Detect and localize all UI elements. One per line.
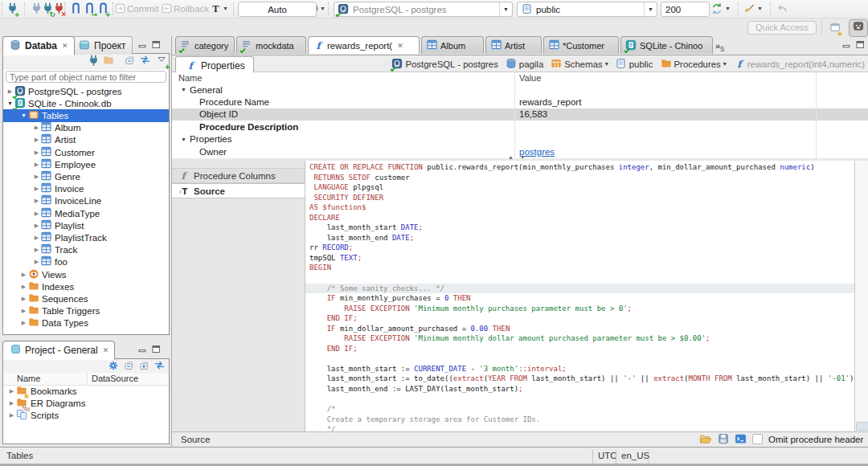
expand-arrow-icon[interactable]: ▶ xyxy=(20,308,27,314)
connect-button[interactable] xyxy=(31,2,43,16)
tree-item-sequences[interactable]: ▶Sequences xyxy=(3,292,169,305)
expand-all-button[interactable] xyxy=(138,360,149,372)
expand-arrow-icon[interactable]: ▶ xyxy=(33,186,40,192)
new-connection-button[interactable]: + xyxy=(6,2,18,16)
expand-arrow-icon[interactable]: ▶ xyxy=(20,296,27,302)
link-with-editor-button[interactable] xyxy=(139,55,151,67)
editor-tab-artist[interactable]: Artist xyxy=(485,36,542,54)
schema-combo[interactable]: public▼ xyxy=(517,2,657,17)
tree-item-playlist[interactable]: ▶Playlist xyxy=(3,219,169,231)
tree-item-table-triggers[interactable]: ▶Table Triggers xyxy=(3,305,169,317)
expand-arrow-icon[interactable]: ▶ xyxy=(20,320,27,326)
history-dropdown[interactable]: ▼ xyxy=(320,6,326,11)
expand-arrow-icon[interactable]: ▶ xyxy=(33,174,40,180)
connection-combo-arrow[interactable]: ▼ xyxy=(499,2,512,16)
tree-item-album[interactable]: ▶Album xyxy=(3,122,169,134)
tree-item-invoice[interactable]: ▶Invoice xyxy=(3,183,169,195)
table-star-perspective-icon[interactable]: ★ xyxy=(829,22,841,35)
recent-sql-editor-button[interactable]: → xyxy=(84,2,96,16)
expand-arrow-icon[interactable]: ▶ xyxy=(33,247,40,253)
expand-arrow-icon[interactable]: ▶ xyxy=(20,284,27,290)
tree-item-track[interactable]: ▶Track xyxy=(3,244,169,256)
source-code-viewer[interactable]: CREATE OR REPLACE FUNCTION public.reward… xyxy=(305,161,854,431)
tree-item-mediatype[interactable]: ▶MediaType xyxy=(3,207,169,219)
collapse-arrow-icon[interactable]: ▼ xyxy=(20,112,27,118)
save-source-button[interactable] xyxy=(718,433,729,445)
rollback-button[interactable]: Rollback xyxy=(174,4,209,14)
tab-project-general[interactable]: Project - General✕ xyxy=(2,341,115,360)
project-item-er-diagrams[interactable]: ▶ER Diagrams xyxy=(3,397,169,409)
load-source-button[interactable] xyxy=(699,433,712,445)
expand-arrow-icon[interactable]: ▶ xyxy=(33,161,40,168)
link-with-editor-button[interactable] xyxy=(154,360,166,372)
open-console-button[interactable] xyxy=(735,433,747,445)
project-item-scripts[interactable]: ▶Scripts xyxy=(3,409,169,421)
sql-editor-button[interactable] xyxy=(70,2,82,16)
property-row-general[interactable]: ▼General xyxy=(172,84,868,96)
result-limit-input[interactable]: 200 xyxy=(661,2,710,17)
close-icon[interactable]: ✕ xyxy=(103,346,109,354)
tree-item-playlisttrack[interactable]: ▶PlaylistTrack xyxy=(3,231,169,243)
expand-arrow-icon[interactable]: ▶ xyxy=(33,149,40,156)
side-tab-source[interactable]: ‹TSource xyxy=(172,183,305,198)
dropdown-arrow-icon[interactable]: ▾ xyxy=(723,60,727,67)
tree-item-customer[interactable]: ▶Customer xyxy=(3,146,169,158)
editor-tab-category[interactable]: category xyxy=(175,36,235,54)
dropdown-arrow-icon[interactable]: ▾ xyxy=(605,60,608,67)
expand-arrow-icon[interactable]: ▶ xyxy=(33,235,40,241)
close-icon[interactable]: ✕ xyxy=(62,42,68,50)
tree-item-foo[interactable]: ▶foo xyxy=(3,256,169,268)
reconnect-button[interactable]: ↻ xyxy=(42,2,54,16)
breadcrumb-item-rewards-report-int4-numeric-[interactable]: frewards_report(int4,numeric) xyxy=(734,58,865,71)
collapse-all-button[interactable] xyxy=(123,360,134,372)
expand-arrow-icon[interactable]: ▶ xyxy=(33,259,40,265)
new-connection-button[interactable]: + xyxy=(88,55,100,67)
breadcrumb-item-procedures[interactable]: Procedures▾ xyxy=(661,58,727,71)
breadcrumb-item-schemas[interactable]: Schemas▾ xyxy=(551,58,608,71)
editor-tab-mockdata[interactable]: mockdata xyxy=(236,36,306,54)
expand-arrow-icon[interactable]: ▶ xyxy=(8,412,15,419)
auto-commit-combo[interactable]: Auto xyxy=(238,2,317,17)
rollback-icon[interactable] xyxy=(161,2,173,16)
settings-button[interactable] xyxy=(108,360,119,372)
project-item-bookmarks[interactable]: ▶★Bookmarks xyxy=(3,385,169,397)
tab-overflow-indicator[interactable]: »5 xyxy=(715,41,724,53)
connection-combo[interactable]: PostgreSQL - postgres▼ xyxy=(334,2,513,17)
splitter-sash[interactable]: ▲ ▼ xyxy=(172,154,868,161)
expand-arrow-icon[interactable]: ▶ xyxy=(33,223,40,229)
new-sql-editor-button[interactable]: + xyxy=(97,2,109,16)
vertical-scrollbar[interactable] xyxy=(854,161,868,431)
object-filter-input[interactable] xyxy=(6,71,166,83)
expand-arrow-icon[interactable]: ▶ xyxy=(8,388,15,394)
tree-item-employee[interactable]: ▶Employee xyxy=(3,158,169,170)
property-row-object-id[interactable]: Object ID16,583 xyxy=(172,108,868,121)
tree-item-invoiceline[interactable]: ▶InvoiceLine xyxy=(3,195,169,207)
minimize-icon[interactable] xyxy=(842,40,851,51)
tree-item-postgresql-postgres[interactable]: ▶PostgreSQL - postgres xyxy=(3,85,169,97)
expand-arrow-icon[interactable]: ▶ xyxy=(33,125,40,131)
maximize-icon[interactable] xyxy=(856,40,865,51)
commit-icon[interactable] xyxy=(114,2,126,16)
property-row-procedure-description[interactable]: Procedure Description xyxy=(172,121,868,133)
tab-properties[interactable]: fProperties xyxy=(175,56,254,74)
breadcrumb-item-postgresql-postgres[interactable]: PostgreSQL - postgres xyxy=(391,58,497,71)
breadcrumb-item-public[interactable]: public xyxy=(616,58,653,71)
breadcrumb-item-pagila[interactable]: pagila xyxy=(506,58,543,71)
format-icon[interactable] xyxy=(743,2,755,16)
collapse-arrow-icon[interactable]: ▼ xyxy=(181,87,186,92)
editor-tab-rewards-report-[interactable]: frewards_report(✕ xyxy=(308,36,420,54)
expand-arrow-icon[interactable]: ▶ xyxy=(8,400,15,407)
omit-procedure-header-checkbox[interactable] xyxy=(752,434,763,444)
editor-tab-album[interactable]: Album xyxy=(421,36,484,54)
minimize-icon[interactable] xyxy=(138,345,147,355)
tab-projects[interactable]: Проект xyxy=(72,36,133,55)
undo-icon[interactable] xyxy=(776,2,788,16)
minimize-icon[interactable] xyxy=(138,40,147,51)
tree-item-tables[interactable]: ▼Tables xyxy=(3,109,169,121)
collapse-all-button[interactable] xyxy=(124,55,135,67)
expand-arrow-icon[interactable]: ▶ xyxy=(33,137,40,143)
editor-tab--customer[interactable]: *Customer xyxy=(543,36,619,54)
property-row-procedure-name[interactable]: Procedure Namerewards_report xyxy=(172,96,868,108)
close-icon[interactable]: ✕ xyxy=(397,42,403,50)
commit-button[interactable]: Commit xyxy=(127,4,159,14)
